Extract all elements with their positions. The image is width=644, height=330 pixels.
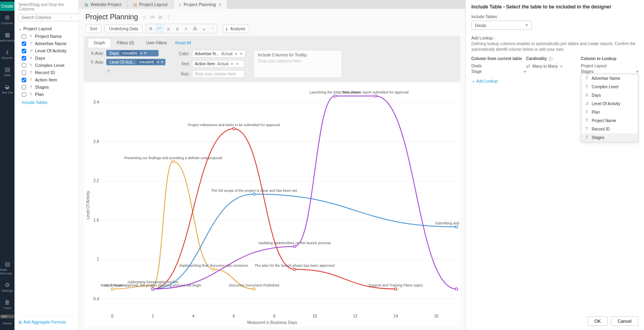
text-dropzone[interactable]: Action Item Actual▾ ✕ bbox=[192, 60, 244, 68]
reset-all-link[interactable]: Reset All bbox=[175, 41, 191, 45]
rail-item-ashboards[interactable]: ▦ashboards bbox=[0, 28, 15, 46]
chart-type-stacked-icon[interactable]: ⫼ bbox=[173, 24, 182, 33]
copy-icon[interactable]: ⧉ bbox=[159, 15, 162, 20]
column-item[interactable]: T Complex Level bbox=[19, 62, 75, 69]
lookup-column-select[interactable]: Project Layout Stages▾ bbox=[581, 63, 638, 75]
chart-type-more-icon[interactable]: ⋮ bbox=[208, 24, 217, 33]
chart-type-pie-icon[interactable]: ◔ bbox=[146, 24, 155, 33]
column-item[interactable]: T Project Name bbox=[19, 33, 75, 40]
tab-close-icon[interactable]: ✕ bbox=[218, 2, 221, 7]
chart-type-bar-icon[interactable]: ⫼ bbox=[164, 24, 173, 33]
column-item[interactable]: T Advertise Name bbox=[19, 40, 75, 47]
svg-text:Project milestones and tasks t: Project milestones and tasks to be submi… bbox=[188, 123, 280, 127]
lookup-option[interactable]: TAdvertise Name bbox=[581, 74, 638, 83]
svg-text:8: 8 bbox=[273, 314, 276, 318]
lookup-option[interactable]: .#Level Of Activity bbox=[581, 100, 638, 108]
lookup-option[interactable]: TPlan bbox=[581, 108, 638, 116]
svg-text:Measured in Business Days: Measured in Business Days bbox=[247, 320, 297, 325]
column-item[interactable]: T Plan bbox=[19, 91, 75, 98]
rail-item-data[interactable]: ▤Data bbox=[0, 63, 15, 80]
ok-button[interactable]: OK bbox=[588, 316, 608, 326]
viewer-toggle[interactable]: OFF bbox=[0, 315, 14, 318]
svg-text:0: 0 bbox=[111, 314, 114, 318]
yaxis-chip[interactable]: Level Of Acti... Actual(M)▾ ✕ bbox=[106, 59, 165, 65]
svg-point-51 bbox=[374, 95, 377, 97]
xaxis-remove-icon[interactable]: ✕ bbox=[144, 51, 147, 55]
chart-type-area-icon[interactable]: ⟁ bbox=[199, 24, 208, 33]
xaxis-chip[interactable]: Days Actual(M)▾ ✕ bbox=[106, 50, 159, 56]
col-lookup-header: Column to Lookup bbox=[581, 56, 638, 61]
tab-project-layout[interactable]: ▤ Project Layout bbox=[128, 0, 173, 9]
analysis-button[interactable]: ⫿ Analysis bbox=[223, 25, 250, 33]
info-icon[interactable]: i bbox=[549, 57, 553, 61]
config-area: Graph Filters (0) User Filters Reset All… bbox=[84, 36, 460, 82]
size-dropzone[interactable]: Drop your column here bbox=[192, 70, 244, 78]
rail-item-trash[interactable]: 🗑Trash bbox=[0, 296, 14, 313]
lookup-option[interactable]: TRecord ID bbox=[581, 125, 638, 133]
column-checkbox[interactable] bbox=[22, 42, 26, 46]
rail-item-reports[interactable]: ⫿Reports bbox=[0, 46, 15, 63]
tab-website-project[interactable]: ▦ Website Project bbox=[79, 0, 128, 9]
svg-text:16: 16 bbox=[434, 314, 439, 318]
text-remove-icon[interactable]: ✕ bbox=[235, 62, 239, 66]
add-aggregate-link[interactable]: ⊞ Add Aggregate Formula bbox=[19, 316, 75, 328]
column-checkbox[interactable] bbox=[22, 63, 26, 68]
svg-text:Level Of Activity: Level Of Activity bbox=[86, 191, 90, 219]
column-item[interactable]: T Stages bbox=[19, 83, 75, 91]
column-type-icon: T bbox=[29, 78, 33, 82]
config-tab-graph[interactable]: Graph bbox=[88, 38, 111, 48]
column-item[interactable]: .# Level Of Activity bbox=[19, 47, 75, 54]
svg-text:3.4: 3.4 bbox=[93, 100, 99, 104]
star-icon[interactable]: ☆ bbox=[142, 15, 147, 20]
chart-type-hbar-icon[interactable]: ≡ bbox=[182, 24, 190, 33]
column-checkbox[interactable] bbox=[22, 71, 26, 75]
axis-multi-icon[interactable]: ⫼ bbox=[106, 68, 111, 73]
kebab-icon[interactable]: ⋮ bbox=[166, 15, 171, 20]
lookup-option[interactable]: #Days bbox=[581, 91, 638, 100]
include-tables-link[interactable]: Include Tables bbox=[22, 100, 75, 105]
current-column-select[interactable]: Deals Stage▾ bbox=[471, 63, 526, 75]
column-checkbox[interactable] bbox=[22, 85, 26, 89]
svg-text:2: 2 bbox=[152, 314, 154, 318]
rail-item-ask zia[interactable]: ◒Ask Zia bbox=[0, 80, 15, 98]
underlying-data-button[interactable]: Underlying Data bbox=[105, 25, 142, 33]
rail-item-data-sources[interactable]: ▤Data Sources bbox=[0, 257, 14, 278]
config-tab-filters[interactable]: Filters (0) bbox=[111, 38, 140, 48]
column-checkbox[interactable] bbox=[22, 78, 26, 82]
reload-icon[interactable]: ⟳ bbox=[151, 15, 155, 20]
column-checkbox[interactable] bbox=[22, 92, 26, 97]
chart-type-scatter-icon[interactable]: ⁂ bbox=[190, 24, 199, 33]
config-tab-userfilters[interactable]: User Filters bbox=[140, 38, 173, 48]
columns-panel: Select/Drag and Drop the Columns ⌕ ⟳ ⋮ P… bbox=[14, 0, 79, 330]
create-button[interactable]: Create bbox=[0, 2, 14, 11]
color-dropzone[interactable]: Advertise N... Actual▾ ✕ bbox=[192, 50, 246, 58]
column-item[interactable]: # Days bbox=[19, 54, 75, 62]
lookup-dropdown: TAdvertise NameTComplex Level#Days.#Leve… bbox=[581, 74, 638, 142]
column-checkbox[interactable] bbox=[22, 56, 26, 60]
lookup-option[interactable]: TProject Name bbox=[581, 116, 638, 125]
column-group-header[interactable]: Project Layout bbox=[19, 26, 75, 31]
cardinality-icon: ⇄ bbox=[526, 63, 530, 69]
column-checkbox[interactable] bbox=[22, 34, 26, 39]
rail-item-settings[interactable]: ⚙Settings bbox=[0, 278, 14, 296]
column-item[interactable]: T Action Item bbox=[19, 76, 75, 83]
yaxis-remove-icon[interactable]: ✕ bbox=[161, 60, 164, 64]
tab-label: Website Project bbox=[91, 2, 122, 7]
column-name: Record ID bbox=[35, 70, 55, 75]
include-tables-select[interactable]: Deals▾ bbox=[471, 21, 532, 30]
column-checkbox[interactable] bbox=[22, 49, 26, 53]
sort-button[interactable]: Sort bbox=[85, 25, 101, 33]
tooltip-config[interactable]: Include Columns for Tooltip: Drop your c… bbox=[254, 50, 342, 78]
lookup-option[interactable]: TComplex Level bbox=[581, 83, 638, 91]
chart-type-line-icon[interactable]: ⬿ bbox=[155, 24, 164, 33]
panel-title: Include Table - Select the table to be i… bbox=[471, 4, 638, 10]
tab-project-planning[interactable]: ⫿ Project Planning ✕ bbox=[173, 0, 227, 9]
svg-point-44 bbox=[455, 226, 458, 228]
cancel-button[interactable]: Cancel bbox=[611, 316, 638, 326]
svg-text:1: 1 bbox=[97, 257, 99, 262]
lookup-option[interactable]: TStages bbox=[581, 133, 638, 142]
rail-item-explorer[interactable]: ⊞Explorer bbox=[0, 11, 15, 28]
color-remove-icon[interactable]: ✕ bbox=[239, 52, 243, 56]
column-item[interactable]: T Record ID bbox=[19, 69, 75, 76]
cardinality-select[interactable]: Many to Many bbox=[533, 64, 558, 68]
